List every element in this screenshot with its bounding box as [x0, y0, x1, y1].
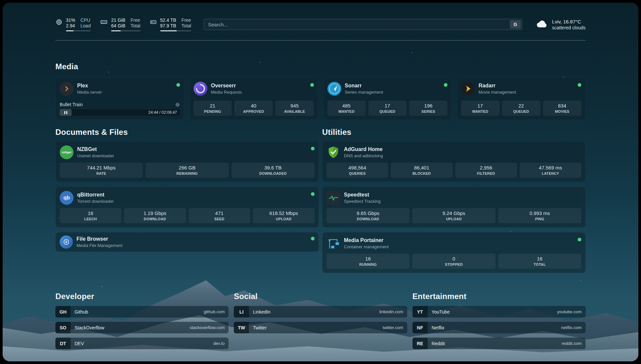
bookmark-name: Github	[75, 309, 88, 315]
overseerr-card[interactable]: Overseerr Media Requests 21PENDING 40APP…	[189, 77, 318, 120]
sonarr-card[interactable]: Sonarr Series management 485WANTED 17QUE…	[323, 77, 452, 120]
ram-free-label: Free	[131, 17, 140, 23]
bookmark-abbr: GH	[55, 306, 71, 318]
sonarr-icon	[327, 82, 341, 96]
bookmark-github[interactable]: GH Github github.com	[55, 306, 229, 318]
documents-column: Documents & Files nzbget NZBGet Usenet d…	[55, 127, 319, 273]
cloud-icon	[535, 19, 548, 30]
weather-condition: scattered clouds	[552, 25, 586, 31]
speedtest-icon	[326, 191, 340, 205]
app-name: NZBGet	[77, 146, 114, 153]
app-desc: Container management	[344, 244, 389, 250]
status-indicator	[311, 192, 315, 196]
bookmark-name: Netflix	[432, 325, 444, 330]
stat-upload: 9.24 GbpsUPLOAD	[412, 208, 495, 223]
playback-time: 24:44 / 02:06:47	[148, 110, 177, 115]
portainer-card[interactable]: Media Portainer Container management 16R…	[322, 232, 586, 273]
ram-readout: 21 GiB 64 GiB Free Total	[111, 17, 140, 31]
ram-icon	[100, 18, 108, 27]
radarr-card[interactable]: Radarr Movie management 17WANTED 22QUEUE…	[457, 77, 586, 120]
bookmark-reddit[interactable]: RE Reddit reddit.com	[412, 338, 586, 349]
qbittorrent-card[interactable]: qb qBittorrent Torrent downloader 16LEEC…	[55, 187, 319, 228]
app-name: qBittorrent	[77, 192, 114, 198]
pause-button[interactable]	[60, 109, 72, 116]
stat-ping: 0.993 msPING	[498, 208, 581, 223]
bookmark-url: netflix.com	[561, 325, 582, 330]
search-input[interactable]	[204, 19, 522, 30]
disk-readout: 52.4 TB 97.9 TB Free Total	[160, 17, 191, 31]
adguard-card[interactable]: AdGuard Home DNS and adblocking 498,564Q…	[322, 141, 586, 182]
disk-widget: 52.4 TB 97.9 TB Free Total	[150, 17, 191, 31]
stat-filtered: 2,956FILTERED	[455, 163, 517, 178]
cpu-widget: 31% 2.94 CPU Load	[55, 17, 91, 31]
stat-latency: 47.569 msLATENCY	[520, 163, 581, 178]
app-desc: Media Requests	[211, 89, 242, 95]
disk-icon	[150, 18, 157, 27]
section-title-documents: Documents & Files	[55, 127, 319, 137]
plex-card[interactable]: Plex Media server Bullet Train	[55, 77, 184, 120]
stat-queued: 22QUEUED	[502, 101, 540, 116]
playback-progress-bar[interactable]: 24:44 / 02:06:47	[60, 109, 180, 116]
bookmark-linkedin[interactable]: LI LinkedIn linkedin.com	[234, 306, 407, 318]
bookmark-youtube[interactable]: YT YouTube youtube.com	[412, 306, 586, 318]
bookmark-url: dev.to	[213, 341, 225, 346]
bookmark-name: DEV	[75, 341, 84, 346]
stat-approved: 40APPROVED	[234, 101, 273, 116]
app-desc: Torrent downloader	[77, 198, 114, 204]
plex-icon	[60, 82, 74, 96]
status-indicator	[578, 238, 581, 241]
bookmarks-developer: Developer GH Github github.com SO StackO…	[55, 291, 229, 353]
section-title-entertainment: Entertainment	[412, 291, 586, 301]
bookmark-abbr: YT	[412, 306, 428, 318]
bookmark-name: Reddit	[432, 341, 445, 346]
plex-now-playing: Bullet Train 24:44 / 02:06:47	[60, 102, 180, 116]
bookmark-name: LinkedIn	[253, 309, 270, 315]
dashboard-content: 31% 2.94 CPU Load	[3, 3, 638, 361]
cpu-progress-bar	[66, 30, 91, 31]
stat-blocked: 86,401BLOCKED	[391, 163, 452, 178]
filebrowser-icon	[60, 235, 73, 249]
search-engine-button[interactable]: G	[510, 20, 521, 29]
bookmark-twitter[interactable]: TW Twitter twitter.com	[234, 322, 407, 333]
cpu-icon	[55, 18, 63, 27]
bookmarks-social: Social LI LinkedIn linkedin.com TW Twitt…	[234, 291, 407, 353]
dashboard: 31% 2.94 CPU Load	[3, 3, 638, 361]
filebrowser-card[interactable]: File Browser Media File Management	[55, 232, 319, 252]
stat-wanted: 17WANTED	[461, 101, 499, 116]
gear-icon[interactable]	[175, 102, 180, 107]
app-name: Plex	[77, 82, 102, 89]
weather-widget: Lviv, 16.87°C scattered clouds	[535, 18, 586, 31]
stat-downloaded: 39.6 TBDOWNLOADED	[231, 163, 315, 178]
bookmark-url: github.com	[204, 309, 225, 314]
system-widgets: 31% 2.94 CPU Load	[55, 17, 191, 31]
search-bar: G	[204, 19, 522, 30]
stat-download: 1.19 GbpsDOWNLOAD	[124, 208, 186, 223]
bookmark-dev[interactable]: DT DEV dev.to	[55, 338, 229, 349]
stat-download: 9.65 GbpsDOWNLOAD	[326, 208, 410, 223]
nzbget-card[interactable]: nzbget NZBGet Usenet downloader 744.21 M…	[55, 141, 319, 182]
disk-progress-bar	[160, 30, 191, 31]
bookmark-netflix[interactable]: NF Netflix netflix.com	[412, 322, 586, 333]
app-desc: Movie management	[478, 89, 516, 95]
ram-total-value: 64 GiB	[111, 23, 125, 29]
overseerr-icon	[194, 82, 207, 96]
ram-widget: 21 GiB 64 GiB Free Total	[100, 17, 140, 31]
stat-upload: 618.52 MbpsUPLOAD	[253, 208, 315, 223]
speedtest-card[interactable]: Speedtest Speedtest Tracking 9.65 GbpsDO…	[322, 187, 586, 228]
bookmark-stackoverflow[interactable]: SO StackOverflow stackoverflow.com	[55, 322, 229, 333]
app-desc: Usenet downloader	[77, 153, 114, 159]
bookmark-url: reddit.com	[562, 341, 582, 346]
stat-stopped: 0STOPPED	[412, 254, 495, 269]
bookmark-url: youtube.com	[557, 309, 582, 314]
stat-leech: 16LEECH	[60, 208, 121, 223]
bookmark-name: Twitter	[253, 325, 266, 330]
bookmarks-entertainment: Entertainment YT YouTube youtube.com NF …	[412, 291, 586, 353]
weather-location: Lviv, 16.87°C	[552, 18, 586, 25]
bookmark-url: stackoverflow.com	[190, 325, 225, 330]
cpu-load-label: Load	[80, 23, 91, 29]
bookmarks-row: Developer GH Github github.com SO StackO…	[55, 291, 586, 353]
portainer-icon	[326, 236, 340, 250]
bookmark-abbr: LI	[234, 306, 249, 318]
disk-total-label: Total	[181, 23, 191, 29]
app-name: Media Portainer	[344, 237, 389, 244]
